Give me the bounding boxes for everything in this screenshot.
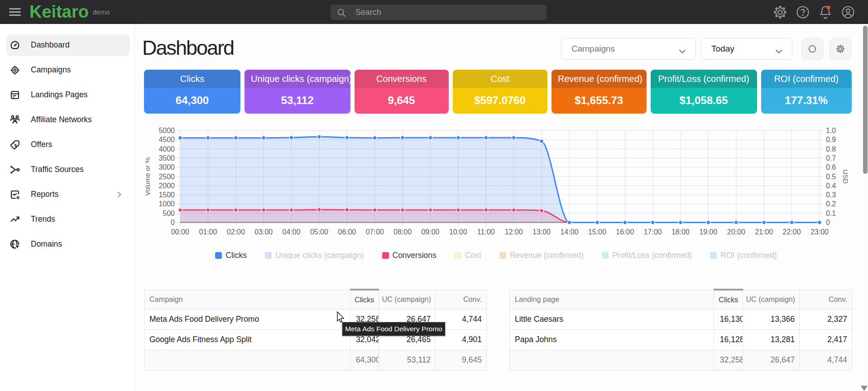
svg-text:5000: 5000 (158, 127, 175, 134)
svg-text:13:00: 13:00 (532, 228, 551, 236)
svg-text:0.5: 0.5 (826, 173, 836, 181)
svg-text:18:00: 18:00 (671, 228, 690, 236)
svg-text:22:00: 22:00 (783, 228, 801, 236)
svg-text:08:00: 08:00 (393, 228, 412, 236)
svg-text:0: 0 (171, 219, 175, 226)
svg-text:14:00: 14:00 (560, 228, 578, 236)
svg-text:01:00: 01:00 (199, 228, 217, 236)
svg-text:02:00: 02:00 (227, 228, 245, 236)
svg-text:0.7: 0.7 (826, 154, 836, 162)
svg-text:21:00: 21:00 (755, 228, 773, 236)
svg-text:15:00: 15:00 (588, 228, 606, 236)
svg-text:23:00: 23:00 (810, 228, 829, 236)
svg-text:1500: 1500 (158, 191, 175, 199)
svg-text:10:00: 10:00 (449, 228, 467, 236)
svg-text:4000: 4000 (158, 145, 175, 153)
svg-text:17:00: 17:00 (644, 228, 662, 236)
svg-text:09:00: 09:00 (421, 228, 439, 236)
svg-text:12:00: 12:00 (505, 228, 523, 236)
svg-text:0.3: 0.3 (826, 191, 836, 199)
svg-text:3000: 3000 (158, 163, 175, 171)
svg-text:11:00: 11:00 (477, 228, 495, 236)
svg-text:0.2: 0.2 (826, 200, 836, 208)
svg-text:0.4: 0.4 (826, 182, 836, 190)
svg-text:USD: USD (842, 169, 849, 184)
svg-text:2000: 2000 (158, 182, 175, 190)
svg-text:3500: 3500 (158, 154, 175, 162)
svg-text:0.1: 0.1 (826, 210, 836, 217)
svg-text:500: 500 (163, 210, 175, 217)
svg-text:04:00: 04:00 (283, 228, 301, 236)
svg-text:05:00: 05:00 (310, 228, 328, 236)
svg-text:4500: 4500 (158, 136, 175, 143)
svg-text:00:00: 00:00 (171, 228, 189, 236)
svg-text:1.0: 1.0 (826, 127, 836, 134)
svg-text:1000: 1000 (158, 200, 175, 208)
svg-text:19:00: 19:00 (699, 228, 717, 236)
svg-text:07:00: 07:00 (366, 228, 384, 236)
svg-text:16:00: 16:00 (616, 228, 634, 236)
svg-text:0.6: 0.6 (826, 163, 836, 171)
svg-text:20:00: 20:00 (727, 228, 745, 236)
svg-text:06:00: 06:00 (338, 228, 356, 236)
svg-text:0.9: 0.9 (826, 136, 836, 143)
svg-text:Volume or %: Volume or % (144, 157, 151, 196)
svg-text:03:00: 03:00 (254, 228, 273, 236)
svg-text:0.8: 0.8 (826, 145, 836, 153)
svg-text:2500: 2500 (158, 173, 175, 181)
svg-text:0: 0 (826, 219, 830, 226)
